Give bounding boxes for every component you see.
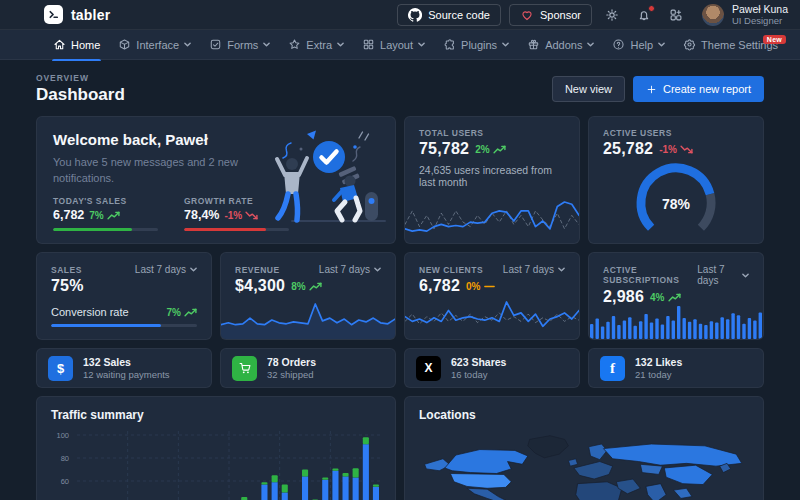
- avatar: [702, 4, 724, 26]
- period-label: Last 7 days: [503, 264, 554, 275]
- shopping-cart-icon: [232, 356, 257, 381]
- active-users-delta: -1%: [659, 144, 677, 155]
- total-users-label: TOTAL USERS: [419, 128, 565, 138]
- stat-card-1[interactable]: 78 Orders32 shipped: [220, 348, 396, 388]
- theme-settings-button[interactable]: Theme Settings New: [674, 30, 787, 60]
- source-code-button[interactable]: Source code: [397, 4, 501, 26]
- nav-item-help[interactable]: Help: [603, 30, 674, 60]
- nav-item-home[interactable]: Home: [44, 30, 109, 60]
- sales-value: 75%: [51, 277, 84, 295]
- checkbox-icon: [209, 38, 222, 51]
- trending-up-icon: [184, 308, 197, 317]
- help-icon: [612, 38, 625, 51]
- nav-item-plugins[interactable]: Plugins: [434, 30, 518, 60]
- sales-period-dropdown[interactable]: Last 7 days: [135, 264, 197, 275]
- github-icon: [408, 8, 422, 22]
- user-role: UI Designer: [732, 15, 788, 26]
- locations-card: Locations: [404, 396, 764, 500]
- stat-card-subtitle: 16 today: [451, 369, 506, 381]
- user-name: Paweł Kuna: [732, 3, 788, 16]
- subscriptions-period-dropdown[interactable]: Last 7 days: [697, 264, 749, 286]
- active-users-value: 25,782: [603, 140, 653, 158]
- map-region-uk: [568, 459, 577, 466]
- map-region-greenland: [528, 436, 569, 458]
- layout-grid-icon: [362, 38, 375, 51]
- welcome-stat: GROWTH RATE78,4%-1%: [184, 196, 289, 231]
- welcome-stat-progress: [184, 228, 289, 231]
- conversion-progress: [51, 324, 197, 327]
- welcome-stat-label: GROWTH RATE: [184, 196, 289, 206]
- welcome-stat-value: 6,782: [53, 208, 84, 222]
- nav-item-layout[interactable]: Layout: [353, 30, 434, 60]
- sun-icon: [605, 8, 619, 22]
- welcome-stat-delta: -1%: [224, 210, 242, 221]
- active-users-label: ACTIVE USERS: [603, 128, 749, 138]
- heart-icon: [520, 8, 534, 22]
- nav-item-interface[interactable]: Interface: [109, 30, 200, 60]
- total-users-note: 24,635 users increased from last month: [419, 164, 565, 188]
- welcome-stat-label: TODAY'S SALES: [53, 196, 158, 206]
- nav-item-extra[interactable]: Extra: [279, 30, 353, 60]
- nav-item-label: Plugins: [461, 39, 497, 51]
- new-clients-label: NEW CLIENTS: [419, 265, 483, 275]
- nav-item-label: Layout: [380, 39, 413, 51]
- period-label: Last 7 days: [135, 264, 186, 275]
- welcome-stat: TODAY'S SALES6,7827%: [53, 196, 158, 231]
- page-title: Dashboard: [36, 85, 125, 105]
- stat-card-0[interactable]: $132 Sales12 waiting payments: [36, 348, 212, 388]
- nav-item-label: Forms: [227, 39, 258, 51]
- conversion-label: Conversion rate: [51, 306, 129, 318]
- traffic-title: Traffic summary: [51, 408, 381, 422]
- trending-down-icon: [680, 145, 693, 154]
- sponsor-label: Sponsor: [540, 9, 581, 21]
- notification-dot: [648, 5, 655, 12]
- stat-card-subtitle: 21 today: [635, 369, 682, 381]
- nav-item-label: Home: [71, 39, 100, 51]
- revenue-period-dropdown[interactable]: Last 7 days: [319, 264, 381, 275]
- map-region-india: [646, 484, 666, 500]
- trending-up-icon: [107, 211, 120, 220]
- locations-title: Locations: [419, 408, 749, 422]
- map-region-russia: [603, 444, 741, 466]
- revenue-delta: 8%: [291, 281, 305, 292]
- nav-item-label: Interface: [136, 39, 179, 51]
- chevron-down-icon: [337, 42, 344, 47]
- chevron-down-icon: [587, 42, 594, 47]
- welcome-stat-delta: 7%: [89, 210, 103, 221]
- chevron-down-icon: [418, 42, 425, 47]
- x-brand-icon: X: [416, 356, 441, 381]
- new-clients-value: 6,782: [419, 277, 460, 295]
- traffic-summary-chart: 100806040200: [51, 429, 383, 500]
- map-region-china: [664, 465, 712, 484]
- stat-card-title: 623 Shares: [451, 356, 506, 369]
- star-icon: [288, 38, 301, 51]
- main-nav: HomeInterfaceFormsExtraLayoutPluginsAddo…: [0, 30, 800, 60]
- welcome-stat-value: 78,4%: [184, 208, 219, 222]
- stat-card-subtitle: 32 shipped: [267, 369, 316, 381]
- brand[interactable]: tabler: [44, 5, 110, 24]
- tabler-logo-icon: [44, 5, 63, 24]
- nav-item-forms[interactable]: Forms: [200, 30, 279, 60]
- user-menu[interactable]: Paweł Kuna UI Designer: [702, 3, 788, 27]
- theme-toggle-button[interactable]: [600, 8, 624, 22]
- active-users-gauge: 78%: [626, 158, 726, 238]
- period-label: Last 7 days: [319, 264, 370, 275]
- nav-item-addons[interactable]: Addons: [518, 30, 603, 60]
- notifications-button[interactable]: [632, 8, 656, 22]
- page-pretitle: OVERVIEW: [36, 73, 125, 83]
- total-users-card: TOTAL USERS 75,782 2% 24,635 users incre…: [404, 116, 580, 244]
- revenue-value: $4,300: [235, 277, 285, 295]
- source-code-label: Source code: [428, 9, 490, 21]
- new-clients-period-dropdown[interactable]: Last 7 days: [503, 264, 565, 275]
- stat-card-3[interactable]: f132 Likes21 today: [588, 348, 764, 388]
- total-users-sparkline: [405, 197, 579, 243]
- new-view-button[interactable]: New view: [552, 76, 625, 102]
- currency-dollar-icon: $: [48, 356, 73, 381]
- create-report-button[interactable]: Create new report: [633, 76, 764, 102]
- subscriptions-card: ACTIVE SUBSCRIPTIONS Last 7 days 2,986 4…: [588, 252, 764, 340]
- apps-button[interactable]: [664, 8, 688, 22]
- stat-card-2[interactable]: X623 Shares16 today: [404, 348, 580, 388]
- sponsor-button[interactable]: Sponsor: [509, 4, 592, 26]
- trending-up-icon: [668, 293, 681, 302]
- trending-down-icon: [245, 211, 258, 220]
